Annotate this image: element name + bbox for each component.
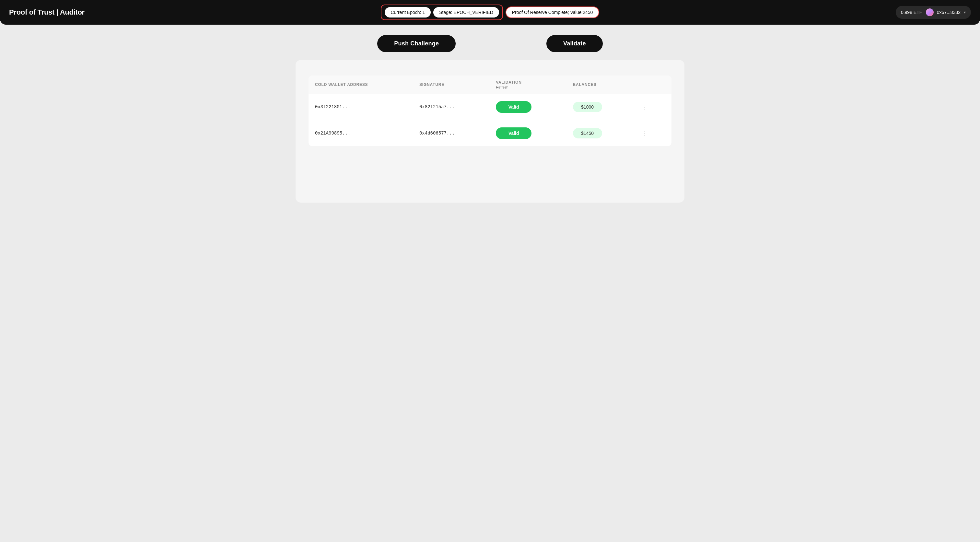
table-row: 0x21A99895... 0x4d606577... Valid $1450 …: [309, 120, 671, 147]
logo: Proof of Trust | Auditor: [9, 8, 84, 16]
balance-badge: $1450: [573, 128, 602, 139]
push-challenge-button[interactable]: Push Challenge: [377, 35, 456, 52]
refresh-link[interactable]: Refresh: [496, 85, 560, 89]
wallet-address-cell: 0x3f221801...: [309, 94, 413, 120]
col-balances-header: BALANCES: [566, 75, 633, 94]
actions-row: Push Challenge Validate: [0, 25, 980, 60]
signature-cell: 0x82f215a7...: [413, 94, 489, 120]
header: Proof of Trust | Auditor Current Epoch: …: [0, 0, 980, 25]
wallet-address-cell: 0x21A99895...: [309, 120, 413, 147]
stage-badge: Stage: EPOCH_VERIFIED: [433, 7, 499, 18]
table-body: 0x3f221801... 0x82f215a7... Valid $1000 …: [309, 94, 671, 147]
logo-white: | Auditor: [54, 8, 84, 16]
header-row: COLD WALLET ADDRESS SIGNATURE VALIDATION…: [309, 75, 671, 94]
logo-green: Proof of Trust: [9, 8, 54, 16]
valid-badge: Valid: [496, 128, 531, 139]
validation-cell: Valid: [489, 120, 566, 147]
balance-badge: $1000: [573, 102, 602, 112]
col-actions-header: [633, 75, 671, 94]
page-wrapper: Proof of Trust | Auditor Current Epoch: …: [0, 0, 980, 542]
more-options-button[interactable]: ⋮: [640, 102, 651, 112]
eth-amount: 0.998 ETH: [901, 10, 923, 15]
epoch-badge: Current Epoch: 1: [385, 7, 431, 18]
col-wallet-header: COLD WALLET ADDRESS: [309, 75, 413, 94]
wallet-button[interactable]: 0.998 ETH 0x67...8332 ▾: [896, 6, 971, 19]
table-row: 0x3f221801... 0x82f215a7... Valid $1000 …: [309, 94, 671, 120]
valid-badge: Valid: [496, 101, 531, 113]
reserve-badge: Proof Of Reserve Complete; Value:2450: [506, 6, 600, 18]
more-options-button[interactable]: ⋮: [640, 128, 651, 138]
epoch-stage-group: Current Epoch: 1 Stage: EPOCH_VERIFIED: [381, 5, 503, 20]
wallet-avatar: [926, 8, 934, 16]
validation-cell: Valid: [489, 94, 566, 120]
col-validation-header: VALIDATION Refresh: [489, 75, 566, 94]
main-card: COLD WALLET ADDRESS SIGNATURE VALIDATION…: [296, 60, 684, 202]
more-cell[interactable]: ⋮: [633, 94, 671, 120]
signature-cell: 0x4d606577...: [413, 120, 489, 147]
col-signature-header: SIGNATURE: [413, 75, 489, 94]
data-table: COLD WALLET ADDRESS SIGNATURE VALIDATION…: [309, 75, 671, 146]
wallet-address: 0x67...8332: [937, 10, 961, 15]
validate-button[interactable]: Validate: [546, 35, 603, 52]
chevron-down-icon: ▾: [964, 10, 966, 14]
table-header: COLD WALLET ADDRESS SIGNATURE VALIDATION…: [309, 75, 671, 94]
more-cell[interactable]: ⋮: [633, 120, 671, 147]
balance-cell: $1450: [566, 120, 633, 147]
balance-cell: $1000: [566, 94, 633, 120]
